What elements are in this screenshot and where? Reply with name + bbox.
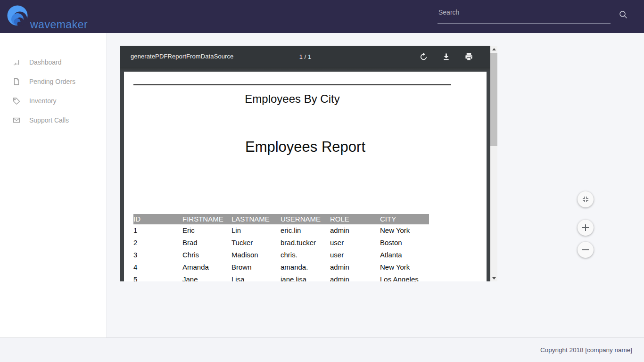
table-cell: New York	[380, 224, 429, 237]
table-cell: jane.lisa	[281, 273, 330, 281]
table-cell: Lin	[231, 224, 281, 237]
scroll-down-icon[interactable]	[490, 274, 497, 281]
table-row: 2 Brad Tucker brad.tucker user Boston	[133, 237, 429, 249]
sidebar-item-pending-orders[interactable]: Pending Orders	[0, 72, 106, 91]
table-cell: admin	[330, 224, 380, 237]
search-box	[438, 6, 611, 24]
download-icon[interactable]	[442, 52, 451, 61]
brand-name: wavemaker	[30, 18, 88, 31]
mail-icon	[13, 116, 20, 124]
brand-logo[interactable]: wavemaker	[7, 4, 110, 30]
table-header-cell: ROLE	[330, 214, 380, 224]
pdf-page-area: Employees By City Employees Report ID FI…	[120, 67, 490, 281]
pdf-page: Employees By City Employees Report ID FI…	[124, 72, 487, 281]
table-cell: Madison	[231, 249, 281, 261]
table-cell: Tucker	[231, 237, 281, 249]
table-header-cell: ID	[133, 214, 182, 224]
pdf-document-title: generatePDFReportFromDataSource	[131, 46, 233, 67]
table-cell: Brown	[231, 261, 281, 273]
table-row: 5 Jane Lisa jane.lisa admin Los Angeles	[133, 273, 429, 281]
pdf-toolbar: 1 / 1 generatePDFReportFromDataSource	[120, 46, 490, 67]
table-cell: Chris	[182, 249, 231, 261]
table-cell: Boston	[380, 237, 429, 249]
table-cell: eric.lin	[281, 224, 330, 237]
app-header: wavemaker	[0, 0, 644, 33]
bar-chart-icon	[13, 58, 20, 66]
copyright-text: Copyright 2018 [company name]	[540, 338, 632, 362]
fit-to-page-button[interactable]	[578, 191, 594, 207]
table-row: 1 Eric Lin eric.lin admin New York	[133, 224, 429, 237]
sidebar-item-support-calls[interactable]: Support Calls	[0, 110, 106, 130]
table-cell: New York	[380, 261, 429, 273]
table-cell: admin	[330, 273, 380, 281]
wavemaker-logo-icon	[7, 5, 30, 28]
scroll-up-icon[interactable]	[490, 46, 497, 53]
table-cell: 2	[133, 237, 182, 249]
table-cell: 1	[133, 224, 182, 237]
print-icon[interactable]	[464, 52, 473, 61]
sidebar-item-label: Inventory	[29, 97, 57, 105]
rotate-icon[interactable]	[419, 52, 428, 61]
sidebar-item-inventory[interactable]: Inventory	[0, 91, 106, 110]
pdf-toolbar-actions	[419, 46, 473, 67]
app-footer: Copyright 2018 [company name]	[0, 337, 644, 362]
table-header-cell: USERNAME	[281, 214, 330, 224]
table-cell: admin	[330, 261, 380, 273]
table-cell: 3	[133, 249, 182, 261]
table-cell: Los Angeles	[380, 273, 429, 281]
search-input[interactable]	[438, 6, 611, 24]
search-icon[interactable]	[619, 10, 628, 19]
fit-to-page-icon	[582, 196, 589, 203]
pdf-scrollbar[interactable]	[490, 46, 497, 281]
sidebar: Dashboard Pending Orders Inventory Suppo…	[0, 33, 107, 337]
table-header-cell: FIRSTNAME	[182, 214, 231, 224]
zoom-in-button[interactable]	[578, 220, 594, 236]
table-cell: Atlanta	[380, 249, 429, 261]
document-divider	[133, 84, 451, 85]
table-cell: 5	[133, 273, 182, 281]
sidebar-item-label: Pending Orders	[29, 78, 75, 85]
zoom-in-icon	[582, 224, 589, 231]
report-title: Employees Report	[124, 139, 487, 156]
zoom-out-button[interactable]	[578, 242, 594, 258]
sidebar-nav: Dashboard Pending Orders Inventory Suppo…	[0, 33, 106, 130]
table-header-cell: CITY	[380, 214, 429, 224]
table-cell: chris.	[281, 249, 330, 261]
table-cell: Jane	[182, 273, 231, 281]
table-cell: Amanda	[182, 261, 231, 273]
table-row: 4 Amanda Brown amanda. admin New York	[133, 261, 429, 273]
tag-icon	[13, 97, 20, 105]
table-row: 3 Chris Madison chris. user Atlanta	[133, 249, 429, 261]
scrollbar-thumb[interactable]	[490, 53, 497, 146]
table-cell: user	[330, 249, 380, 261]
table-cell: Eric	[182, 224, 231, 237]
pdf-viewer: 1 / 1 generatePDFReportFromDataSource Em…	[120, 46, 497, 281]
employees-table: ID FIRSTNAME LASTNAME USERNAME ROLE CITY…	[133, 214, 429, 281]
table-header-row: ID FIRSTNAME LASTNAME USERNAME ROLE CITY	[133, 214, 429, 224]
zoom-out-icon	[582, 246, 589, 254]
table-cell: brad.tucker	[281, 237, 330, 249]
document-header-title: Employees By City	[133, 92, 451, 106]
document-icon	[13, 78, 20, 85]
table-cell: amanda.	[281, 261, 330, 273]
sidebar-item-label: Dashboard	[29, 58, 62, 66]
table-cell: user	[330, 237, 380, 249]
sidebar-item-dashboard[interactable]: Dashboard	[0, 52, 106, 72]
table-cell: 4	[133, 261, 182, 273]
table-cell: Brad	[182, 237, 231, 249]
sidebar-item-label: Support Calls	[29, 116, 69, 124]
table-header-cell: LASTNAME	[231, 214, 281, 224]
table-cell: Lisa	[231, 273, 281, 281]
